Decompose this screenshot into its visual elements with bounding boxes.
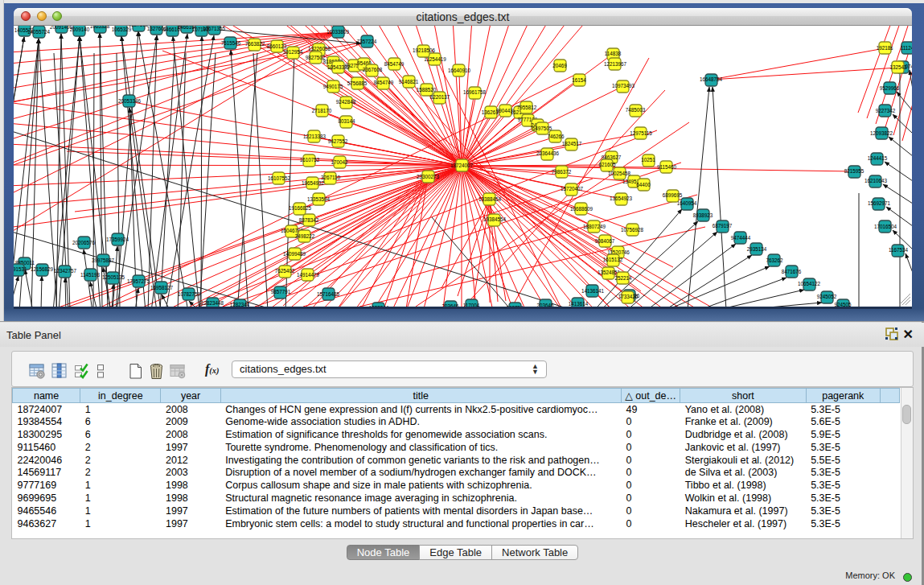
svg-text:16033809: 16033809 — [326, 29, 350, 35]
svg-text:12342757: 12342757 — [54, 268, 77, 274]
svg-text:12213967: 12213967 — [604, 61, 627, 67]
svg-text:9227342: 9227342 — [876, 108, 896, 113]
svg-text:7515546: 7515546 — [221, 40, 241, 46]
svg-text:15720407: 15720407 — [561, 186, 584, 192]
svg-text:114838: 114838 — [605, 51, 622, 56]
svg-text:746266: 746266 — [547, 134, 565, 139]
svg-text:14914479: 14914479 — [297, 272, 320, 278]
svg-text:3912954: 3912954 — [283, 49, 303, 55]
svg-text:20053346: 20053346 — [118, 98, 142, 104]
svg-text:14099489: 14099489 — [283, 251, 306, 257]
svg-text:10543382: 10543382 — [327, 64, 351, 70]
svg-text:12823448: 12823448 — [201, 300, 224, 306]
svg-text:1413614: 1413614 — [569, 301, 589, 307]
svg-text:1244415: 1244415 — [868, 155, 888, 161]
svg-text:19388454: 19388454 — [478, 196, 502, 202]
svg-text:7663822: 7663822 — [245, 41, 265, 47]
svg-text:17359924: 17359924 — [106, 237, 129, 242]
svg-text:10251: 10251 — [641, 157, 655, 163]
svg-text:10654122: 10654122 — [798, 281, 821, 286]
svg-text:12975115: 12975115 — [630, 130, 652, 136]
svg-text:8660123: 8660123 — [267, 43, 287, 49]
svg-text:7625402: 7625402 — [275, 268, 295, 274]
svg-text:13353594: 13353594 — [307, 196, 331, 202]
svg-text:9245052: 9245052 — [817, 294, 837, 299]
svg-text:19384554: 19384554 — [483, 216, 507, 222]
svg-text:3267110: 3267110 — [321, 175, 341, 180]
svg-text:1065329: 1065329 — [112, 27, 132, 32]
svg-text:9857791: 9857791 — [271, 289, 291, 295]
svg-text:14136141: 14136141 — [581, 288, 605, 294]
svg-text:12213383: 12213383 — [303, 134, 326, 139]
svg-text:16210643: 16210643 — [864, 178, 888, 183]
svg-text:1065328: 1065328 — [90, 26, 110, 29]
svg-text:8471676: 8471676 — [782, 269, 802, 274]
svg-text:1733426: 1733426 — [618, 294, 639, 299]
svg-text:1824517: 1824517 — [562, 141, 582, 146]
svg-text:7986372: 7986372 — [552, 169, 572, 175]
svg-text:16640910: 16640910 — [448, 68, 471, 73]
svg-text:16107552: 16107552 — [268, 175, 291, 181]
svg-text:39975887: 39975887 — [92, 257, 115, 263]
svg-text:8878342: 8878342 — [299, 217, 319, 223]
svg-text:19166825: 19166825 — [289, 205, 312, 211]
svg-text:10025458: 10025458 — [608, 171, 631, 176]
svg-text:15716485: 15716485 — [317, 291, 340, 297]
svg-text:763262: 763262 — [766, 257, 783, 263]
svg-text:15692971: 15692971 — [868, 200, 891, 206]
svg-text:621605: 621605 — [598, 162, 616, 167]
svg-text:803144: 803144 — [338, 118, 355, 124]
svg-text:64400: 64400 — [636, 182, 651, 187]
svg-text:10671355: 10671355 — [203, 26, 226, 31]
svg-text:7955812: 7955812 — [517, 105, 537, 110]
svg-text:170042: 170042 — [331, 159, 348, 165]
svg-text:10688609: 10688609 — [570, 206, 593, 212]
svg-text:1588520: 1588520 — [417, 87, 437, 93]
svg-text:16648784: 16648784 — [700, 76, 723, 82]
svg-text:2009140: 2009140 — [70, 27, 90, 32]
svg-text:13226058: 13226058 — [308, 46, 331, 51]
svg-text:2367608: 2367608 — [363, 67, 383, 72]
svg-text:391531: 391531 — [14, 266, 27, 272]
svg-text:3498222: 3498222 — [295, 233, 315, 239]
svg-text:8215955: 8215955 — [844, 168, 864, 174]
svg-text:8220137: 8220137 — [430, 94, 450, 100]
svg-text:18807249: 18807249 — [583, 224, 606, 229]
svg-text:19654932: 19654932 — [302, 180, 325, 186]
svg-text:1615132: 1615132 — [603, 257, 623, 262]
svg-text:10756928: 10756928 — [621, 227, 644, 233]
svg-text:6899695: 6899695 — [663, 192, 683, 198]
svg-text:6497505: 6497505 — [532, 126, 552, 131]
svg-text:1610752: 1610752 — [300, 157, 320, 163]
svg-text:14055724: 14055724 — [27, 29, 51, 35]
svg-text:16961758: 16961758 — [463, 89, 487, 95]
svg-text:9146821: 9146821 — [399, 79, 419, 84]
svg-text:17016504: 17016504 — [874, 224, 897, 229]
svg-text:2718170: 2718170 — [312, 108, 332, 113]
svg-text:11124: 11124 — [901, 45, 912, 51]
svg-text:7357224: 7357224 — [357, 39, 377, 44]
svg-text:20469: 20469 — [552, 63, 567, 68]
svg-text:13654923: 13654923 — [610, 196, 633, 201]
svg-text:10973493: 10973493 — [612, 83, 635, 89]
svg-text:9084067: 9084067 — [595, 238, 615, 244]
svg-text:9427552: 9427552 — [328, 138, 348, 144]
svg-text:9474444: 9474444 — [731, 235, 751, 241]
svg-text:16958127: 16958127 — [150, 285, 174, 290]
svg-text:252214: 252214 — [614, 275, 632, 281]
svg-text:1327602: 1327602 — [129, 26, 149, 27]
svg-text:12505135: 12505135 — [102, 274, 125, 280]
svg-text:9115460: 9115460 — [657, 164, 677, 170]
svg-text:2935134: 2935134 — [747, 246, 767, 252]
svg-text:10782759: 10782759 — [178, 291, 201, 297]
svg-text:19218s: 19218s — [877, 45, 893, 51]
svg-text:1640954: 1640954 — [677, 200, 697, 206]
svg-text:9242848: 9242848 — [336, 99, 356, 105]
svg-text:1145193: 1145193 — [80, 272, 101, 278]
svg-text:12093822: 12093822 — [870, 130, 893, 136]
svg-text:8938923: 8938923 — [693, 212, 713, 218]
svg-text:9490175: 9490175 — [323, 84, 343, 89]
svg-text:23300273: 23300273 — [417, 174, 440, 179]
svg-text:8454749: 8454749 — [384, 61, 405, 67]
svg-text:9529966: 9529966 — [880, 85, 900, 91]
